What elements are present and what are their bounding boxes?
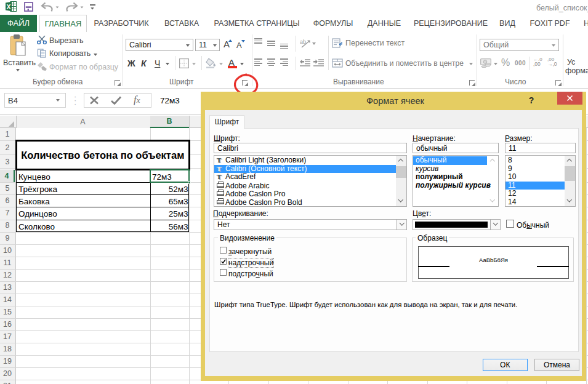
svg-text:X: X bbox=[6, 3, 10, 10]
